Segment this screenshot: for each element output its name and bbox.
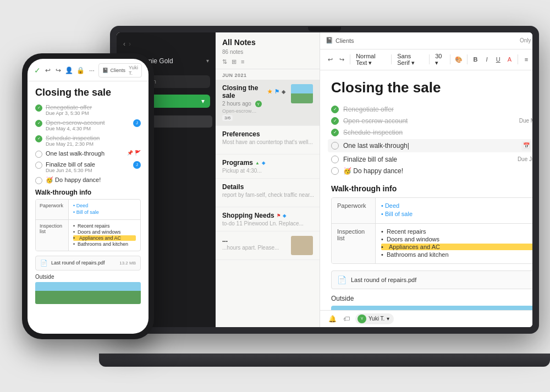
note-item-shopping[interactable]: Shopping Needs ⚑ ◈ to-do 11 Pinewood Ln.… [216,207,320,231]
phone-task-text-5: Finalize bill of sale [46,161,130,168]
text-style-select[interactable]: Normal Text ▾ [354,52,388,68]
note-item-closing-sale[interactable]: Closing the sale ★ ⚑ ◈ 2 hours ago Y [216,80,320,126]
assignee-name: Yuki T. [369,316,384,322]
phone-wt-content-inspection: Recent repairs Doors and windows Applian… [69,220,140,251]
phone-task-2[interactable]: ✓ Open-escrow-account Due May 4, 4:30 PM… [35,119,141,131]
notebook-badge-text: Clients [110,68,125,73]
editor-content[interactable]: Closing the sale ✓ Renegotiate offer Due… [320,70,532,310]
phone-task-1[interactable]: ✓ Renegotiate offer Due Apr 3, 5:30 PM [35,104,141,116]
italic-button[interactable]: I [482,53,492,65]
phone-notebook-badge[interactable]: 📓 Clients Yuki T. [98,63,142,78]
image-placeholder [331,306,532,310]
note-title-pref: Preferences [222,130,313,138]
phone-wt-link-deed[interactable]: • Deed [73,203,136,208]
phone-user-icon[interactable]: 👤 [65,64,73,76]
phone-more-icon[interactable]: ··· [88,64,95,76]
toolbar-sep-5 [467,54,468,64]
phone-task-4[interactable]: One last walk-through 📌 🚩 [35,150,141,158]
filter-icon[interactable]: ⊞ [232,58,237,65]
phone-check-icon: ✓ [34,66,41,75]
task-check-1: ✓ [331,106,339,113]
undo-button[interactable]: ↩ [326,53,336,65]
calendar-icon[interactable]: 📅 [521,141,531,151]
pdf-icon: 📄 [337,275,346,284]
phone-wt-item-appliances: Appliances and AC [73,235,136,241]
note-title-details: Details [222,183,314,191]
note-item-details[interactable]: Details report by fam-self, check traffi… [216,179,320,207]
wt-item-doors: Doors and windows [381,236,532,242]
tag-bar-icon[interactable]: 🏷 [341,313,352,324]
walkthrough-table: Paperwork • Deed • Bill of sale Inspecti… [331,197,532,264]
phone-wt-row-inspection: Inspection list Recent repairs Doors and… [36,220,140,251]
font-select[interactable]: Sans Serif ▾ [395,52,426,68]
phone-task-text-1: Renegotiate offer [46,104,141,111]
list-bullet-button[interactable]: ≡ [521,53,531,65]
phone-redo-icon[interactable]: ↪ [54,64,62,76]
phone-task-5[interactable]: Finalize bill of sale Due Jun 24, 5:30 P… [35,161,141,173]
task-item-6[interactable]: 🥳 Do happy dance! [331,165,532,176]
phone-content[interactable]: Closing the sale ✓ Renegotiate offer Due… [28,81,148,334]
note-avatar: Y [255,101,262,107]
editor-toolbar: ↩ ↪ Normal Text ▾ Sans Serif ▾ 30 ▾ 🎨 B [320,49,532,70]
note-preview: Open-escrow… [222,108,285,114]
phone-attachment[interactable]: 📄 Last round of repairs.pdf 13.2 MB [35,256,141,270]
prog-share-icon: ◈ [262,161,265,165]
laptop-base [99,354,550,367]
phone-wt-link-bill[interactable]: • Bill of sale [73,209,136,215]
phone-lock-icon[interactable]: 🔒 [76,64,85,76]
wt-content-paperwork: • Deed • Bill of sale [376,198,532,223]
phone-check-3: ✓ [35,135,42,142]
laptop-screen: ‹ › J Jamie Gold ▾ 🔍 Search + New [117,32,532,327]
phone-task-due-1: Due Apr 3, 5:30 PM [46,111,141,116]
phone-task-text-6: 🥳 Do happy dance! [46,176,141,184]
task-item-2[interactable]: ✓ Open-escrow-account Due May 4, 4:30 PM… [331,115,532,127]
wt-link-deed[interactable]: • Deed [381,202,532,209]
toolbar-sep-4 [450,54,450,64]
note-title-closing-sale: Closing the sale ★ ⚑ ◈ [222,84,285,100]
task-item-1[interactable]: ✓ Renegotiate offer Due Apr 3, 5:30 PM [331,104,532,115]
font-size-select[interactable]: 30 ▾ [433,52,447,68]
assignee-chip[interactable]: Y Yuki T. ▾ [355,313,394,324]
phone-task-due-3: Due May 21, 2:30 PM [46,141,141,147]
wt-row-inspection: Inspection list Recent repairs Doors and… [332,224,532,263]
phone-flag-icon: 🚩 [135,150,141,156]
prog-badge: ▲ [255,161,260,165]
note-preview-last: ...hours apart. Please... [222,245,285,251]
color-icon[interactable]: 🎨 [454,53,464,65]
notebook-badge-icon: 📓 [102,68,108,73]
task-due-5: Due Jun 24, 5:30 PM [518,156,532,162]
phone-image-placeholder [35,282,141,304]
scene: ‹ › J Jamie Gold ▾ 🔍 Search + New [11,9,539,383]
note-item-last[interactable]: ... ...hours apart. Please... [216,231,320,260]
task-item-5[interactable]: Finalize bill of sale Due Jun 24, 5:30 P… [331,153,532,165]
laptop: ‹ › J Jamie Gold ▾ 🔍 Search + New [110,26,539,367]
flag-icon: ⚑ [274,89,279,95]
bottom-bar-left: 🔔 🏷 Y Yuki T. ▾ [327,313,394,324]
task-text-4: One last walk-through| [343,142,517,150]
phone-check-2: ✓ [35,120,42,127]
sort-icon[interactable]: ⇅ [222,58,227,65]
breadcrumb: 📓 Clients [326,37,516,44]
redo-button[interactable]: ↪ [337,53,347,65]
phone-walkthrough-table: Paperwork • Deed • Bill of sale Inspecti… [35,199,141,251]
underline-button[interactable]: U [493,53,503,65]
phone-task-6[interactable]: 🥳 Do happy dance! [35,176,141,184]
note-item-programs[interactable]: Programs ▲ ◈ Pickup at 4:30... [216,154,320,179]
task-item-4[interactable]: One last walk-through| 📅 ⚑ 🔔 👤 🗑 ··· [328,139,532,152]
note-item-preferences[interactable]: Preferences Most have an countertop that… [216,126,320,154]
bold-button[interactable]: B [471,53,481,65]
font-color-button[interactable]: A [505,53,515,65]
editor-bottom-bar: 🔔 🏷 Y Yuki T. ▾ All changes saved [320,310,532,327]
view-icon[interactable]: ≡ [241,58,244,65]
task-text-6: 🥳 Do happy dance! [343,167,532,175]
bell-bar-icon[interactable]: 🔔 [327,313,338,324]
phone-undo-icon[interactable]: ↩ [44,64,51,76]
wt-link-bill[interactable]: • Bill of sale [381,211,532,217]
task-check-3: ✓ [331,129,339,136]
wt-label-paperwork: Paperwork [332,198,376,223]
sidebar-forward-icon[interactable]: › [129,40,131,48]
phone-task-3[interactable]: ✓ Schedule inspection Due May 21, 2:30 P… [35,135,141,147]
attachment-row[interactable]: 📄 Last round of repairs.pdf 13.2 MB [331,270,532,289]
sidebar-back-icon[interactable]: ‹ [123,40,125,48]
task-item-3[interactable]: ✓ Schedule-inspection Due May 21, 2:30 P… [331,127,532,138]
